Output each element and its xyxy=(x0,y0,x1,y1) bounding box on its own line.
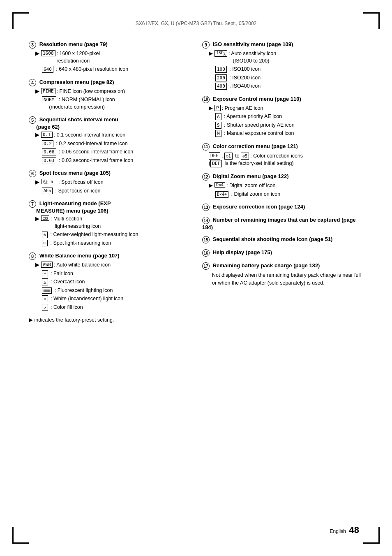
section-resolution: 3 Resolution menu (page 79) ▶ 1600 : 160… xyxy=(29,41,190,73)
item-0.1: ▶ 0.1 : 0.1 second-interval frame icon xyxy=(29,132,190,139)
item-fair: ☼ : Fair icon xyxy=(29,270,190,278)
page-number: English 48 xyxy=(330,525,359,535)
section-4-title: 4 Compression menu (page 82) xyxy=(29,79,190,86)
battery-note: Not displayed when the remaining battery… xyxy=(202,271,363,287)
icon-overcast: △ xyxy=(42,278,48,285)
item-0.06: 0.06 : 0.06 second-interval frame icon xyxy=(29,148,190,156)
item-iso-auto: ▶ ISOA : Auto sensitivity icon (ISO100 t… xyxy=(202,50,363,65)
section-compression: 4 Compression menu (page 82) ▶ FINE : FI… xyxy=(29,79,190,111)
icon-spot-on: AFS xyxy=(42,188,53,194)
section-light-measuring: 7 Light-measuring mode (EXP MEASURE) men… xyxy=(29,200,190,247)
icon-0.06: 0.06 xyxy=(42,148,56,155)
section-digital-zoom: 12 Digital Zoom menu (page 122) ▶ D×4 : … xyxy=(202,173,363,198)
icon-640: 640 xyxy=(42,66,53,73)
corner-bracket-bl xyxy=(12,527,29,544)
item-manual-exp: M : Manual exposure control icon xyxy=(202,130,363,137)
item-shutter-ae: S : Shutter speed priority AE icon xyxy=(202,122,363,129)
item-iso400: 400 : ISO400 icon xyxy=(202,83,363,90)
item-fine: ▶ FINE : FINE icon (low compression) xyxy=(29,88,190,95)
section-help-display: 16 Help display (page 175) xyxy=(202,249,363,257)
section-exposure-control: 10 Exposure Control menu (page 110) ▶ P … xyxy=(202,96,363,137)
main-content: 3 Resolution menu (page 79) ▶ 1600 : 160… xyxy=(29,41,363,523)
icon-iso200: 200 xyxy=(215,74,227,81)
corner-bracket-tr xyxy=(363,12,380,29)
factory-arrow-spot: ▶ xyxy=(35,179,39,185)
factory-arrow-fine: ▶ xyxy=(35,88,39,94)
item-iso200: 200 : ISO200 icon xyxy=(202,74,363,82)
page-num: 48 xyxy=(349,525,359,535)
icon-dzoom-off: D×4 xyxy=(214,182,225,188)
icon-center-weighted: ⊙ xyxy=(42,232,48,238)
section-5-title: 5 Sequential shots interval menu (page 6… xyxy=(29,116,190,130)
icon-def: DEF xyxy=(209,152,220,160)
icon-def-inline: DEF xyxy=(210,160,222,168)
circle-3: 3 xyxy=(29,41,36,49)
item-awb: ▶ AWB : Auto white balance icon xyxy=(29,262,190,269)
item-spot-light: ⊡ : Spot light-measuring icon xyxy=(29,240,190,247)
item-incandescent: ✳ : White (incandescent) light icon xyxy=(29,295,190,303)
icon-norm: NORM xyxy=(42,96,56,103)
circle-7: 7 xyxy=(29,200,36,208)
item-iso100: 100 : ISO100 icon xyxy=(202,66,363,73)
header-text: SX612/EX, GX, U (VPC-MZ3 GB2) Thu. Sept.… xyxy=(136,21,257,26)
icon-fair: ☼ xyxy=(42,270,48,277)
circle-16: 16 xyxy=(202,249,210,257)
section-10-title: 10 Exposure Control menu (page 110) xyxy=(202,96,363,103)
factory-arrow-dzoom: ▶ xyxy=(209,182,213,188)
icon-color-5: ⊙5 xyxy=(241,153,249,160)
circle-10: 10 xyxy=(202,96,210,103)
item-640: 640 : 640 x 480-pixel resolution icon xyxy=(29,66,190,73)
section-15-title: 15 Sequential shots shooting mode icon (… xyxy=(202,236,363,243)
icon-fluorescent: ▤▤▤ xyxy=(42,287,52,294)
factory-arrow-wb: ▶ xyxy=(35,262,39,268)
circle-11: 11 xyxy=(202,143,210,151)
section-8-title: 8 White Balance menu (page 107) xyxy=(29,253,190,260)
factory-arrow-seq: ▶ xyxy=(35,132,39,138)
item-center-weighted: ⊙ : Center-weighted light-measuring icon xyxy=(29,231,190,239)
circle-5: 5 xyxy=(29,116,36,124)
section-seq-shots-mode: 15 Sequential shots shooting mode icon (… xyxy=(202,236,363,243)
section-11-title: 11 Color correction menu (page 121) xyxy=(202,143,363,151)
icon-0.03: 0.03 xyxy=(42,157,56,164)
section-color-correction: 11 Color correction menu (page 121) DEF,… xyxy=(202,143,363,168)
item-1600: ▶ 1600 : 1600 x 1200-pixelresolution ico… xyxy=(29,50,190,65)
item-aperture-ae: A : Aperture priority AE icon xyxy=(202,113,363,120)
section-white-balance: 8 White Balance menu (page 107) ▶ AWB : … xyxy=(29,253,190,311)
circle-15: 15 xyxy=(202,236,210,243)
section-spot-focus: 6 Spot focus menu (page 105) ▶ A͟F̲S̶ : … xyxy=(29,170,190,195)
factory-note: ▶ indicates the factory-preset setting. xyxy=(29,317,190,323)
color-correction-desc: DEF, ⊙1 to ⊙5: Color correction icons (D… xyxy=(202,152,363,168)
icon-awb: AWB xyxy=(41,262,53,268)
corner-bracket-tl xyxy=(12,12,29,29)
item-multi-section: ▶ ⊟⊟ : Multi-section light-measuring ico… xyxy=(29,215,190,230)
icon-0.2: 0.2 xyxy=(42,140,53,147)
item-spot-on: AFS : Spot focus on icon xyxy=(29,188,190,195)
icon-multi-section: ⊟⊟ xyxy=(41,215,49,221)
item-0.03: 0.03 : 0.03 second-interval frame icon xyxy=(29,157,190,164)
icon-program-ae: P xyxy=(214,105,221,111)
item-fluorescent: ▤▤▤ : Fluorescent lighting icon xyxy=(29,287,190,294)
icon-spot-light: ⊡ xyxy=(42,240,48,246)
circle-12: 12 xyxy=(202,173,210,181)
factory-arrow-light: ▶ xyxy=(35,215,39,222)
icon-dzoom-on: D×4+ xyxy=(215,191,228,198)
circle-17: 17 xyxy=(202,262,210,270)
section-13-title: 13 Exposure correction icon (page 124) xyxy=(202,204,363,211)
section-7-title: 7 Light-measuring mode (EXP MEASURE) men… xyxy=(29,200,190,214)
section-iso: 9 ISO sensitivity menu (page 109) ▶ ISOA… xyxy=(202,41,363,90)
icon-iso-auto: ISOA xyxy=(214,50,227,57)
icon-aperture-ae: A xyxy=(215,113,221,120)
section-16-title: 16 Help display (page 175) xyxy=(202,249,363,257)
circle-9: 9 xyxy=(202,41,210,49)
item-color-fill: ↗ : Color fill icon xyxy=(29,304,190,311)
icon-fine: FINE xyxy=(41,88,55,94)
item-0.2: 0.2 : 0.2 second-interval frame icon xyxy=(29,140,190,148)
icon-color-fill: ↗ xyxy=(42,304,48,311)
icon-shutter-ae: S xyxy=(215,122,221,129)
item-dzoom-off: ▶ D×4 : Digital zoom off icon xyxy=(202,182,363,190)
section-3-title: 3 Resolution menu (page 79) xyxy=(29,41,190,49)
section-9-title: 9 ISO sensitivity menu (page 109) xyxy=(202,41,363,49)
page-header: SX612/EX, GX, U (VPC-MZ3 GB2) Thu. Sept.… xyxy=(136,21,257,26)
icon-incandescent: ✳ xyxy=(42,295,48,302)
section-17-title: 17 Remaining battery pack charge (page 1… xyxy=(202,262,363,270)
